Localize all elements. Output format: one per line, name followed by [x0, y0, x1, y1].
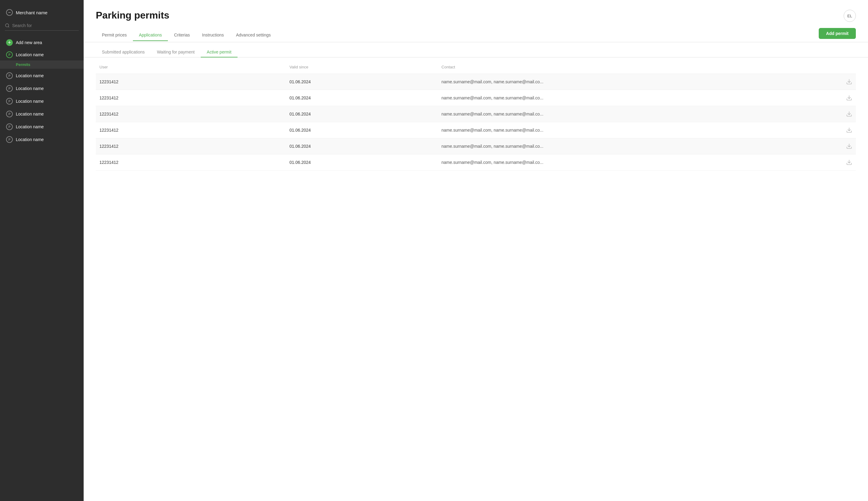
cell-contact: name.surname@mail.com, name.surname@mail… [438, 122, 818, 138]
cell-action [818, 106, 856, 122]
sidebar-location-2: P Location name [0, 69, 84, 82]
col-header-valid-since: Valid since [286, 61, 438, 74]
location-icon-gray-3: P [6, 85, 13, 92]
svg-point-0 [6, 24, 9, 27]
table-header-row: User Valid since Contact [96, 61, 856, 74]
add-new-area-button[interactable]: + Add new area [0, 37, 84, 48]
main-tabs-row: Permit prices Applications Criterias Ins… [84, 22, 868, 42]
cell-user: 12231412 [96, 138, 286, 154]
sidebar-location-name-4: Location name [16, 99, 44, 104]
sidebar: Merchant name + Add new area P Location … [0, 0, 84, 501]
sidebar-location-4: P Location name [0, 95, 84, 108]
cell-action [818, 90, 856, 106]
location-icon-gray-7: P [6, 136, 13, 143]
sidebar-location-active: P Location name Permits [0, 48, 84, 69]
sidebar-location-header-7[interactable]: P Location name [0, 134, 84, 145]
sidebar-location-name-6: Location name [16, 124, 44, 129]
sidebar-location-header-active[interactable]: P Location name [0, 49, 84, 61]
sidebar-location-header-4[interactable]: P Location name [0, 95, 84, 107]
search-icon [5, 23, 10, 28]
tab-criterias[interactable]: Criterias [168, 30, 196, 41]
table-row: 1223141201.06.2024name.surname@mail.com,… [96, 138, 856, 154]
cell-user: 12231412 [96, 74, 286, 90]
sidebar-location-header-5[interactable]: P Location name [0, 108, 84, 120]
permits-table: User Valid since Contact 1223141201.06.2… [96, 61, 856, 171]
merchant-name-item[interactable]: Merchant name [0, 6, 84, 23]
sidebar-location-header-2[interactable]: P Location name [0, 70, 84, 82]
sub-tab-submitted[interactable]: Submitted applications [96, 47, 151, 57]
add-area-label: Add new area [16, 40, 42, 45]
main-tabs-nav: Permit prices Applications Criterias Ins… [96, 30, 277, 41]
sidebar-location-name-3: Location name [16, 86, 44, 91]
sidebar-location-name-5: Location name [16, 111, 44, 116]
cell-user: 12231412 [96, 90, 286, 106]
download-button[interactable] [822, 127, 852, 133]
cell-contact: name.surname@mail.com, name.surname@mail… [438, 90, 818, 106]
location-icon-gray-4: P [6, 98, 13, 105]
sidebar-location-6: P Location name [0, 120, 84, 133]
merchant-icon [6, 9, 13, 16]
table-row: 1223141201.06.2024name.surname@mail.com,… [96, 122, 856, 138]
location-icon-gray-5: P [6, 111, 13, 117]
cell-valid-since: 01.06.2024 [286, 138, 438, 154]
merchant-name-label: Merchant name [16, 10, 47, 15]
cell-action [818, 122, 856, 138]
cell-action [818, 154, 856, 171]
sub-tab-waiting[interactable]: Waiting for payment [151, 47, 201, 57]
cell-contact: name.surname@mail.com, name.surname@mail… [438, 106, 818, 122]
sidebar-location-name-2: Location name [16, 73, 44, 78]
cell-action [818, 138, 856, 154]
main-header: Parking permits EL [84, 0, 868, 22]
sidebar-location-name-7: Location name [16, 137, 44, 142]
add-icon: + [6, 39, 13, 46]
download-button[interactable] [822, 111, 852, 117]
table-row: 1223141201.06.2024name.surname@mail.com,… [96, 90, 856, 106]
tab-permit-prices[interactable]: Permit prices [96, 30, 133, 41]
cell-user: 12231412 [96, 106, 286, 122]
tab-advanced-settings[interactable]: Advanced settings [230, 30, 277, 41]
col-header-user: User [96, 61, 286, 74]
download-button[interactable] [822, 143, 852, 149]
cell-contact: name.surname@mail.com, name.surname@mail… [438, 138, 818, 154]
location-icon-gray-6: P [6, 124, 13, 130]
cell-valid-since: 01.06.2024 [286, 122, 438, 138]
download-button[interactable] [822, 95, 852, 101]
cell-valid-since: 01.06.2024 [286, 74, 438, 90]
main-content: Parking permits EL Permit prices Applica… [84, 0, 868, 501]
location-icon-green-active: P [6, 51, 13, 58]
sidebar-location-7: P Location name [0, 133, 84, 146]
sub-tabs-row: Submitted applications Waiting for payme… [84, 42, 868, 57]
cell-valid-since: 01.06.2024 [286, 106, 438, 122]
table-container: User Valid since Contact 1223141201.06.2… [84, 57, 868, 501]
sidebar-location-header-3[interactable]: P Location name [0, 83, 84, 94]
tab-instructions[interactable]: Instructions [196, 30, 230, 41]
table-body: 1223141201.06.2024name.surname@mail.com,… [96, 74, 856, 171]
page-title: Parking permits [96, 10, 169, 21]
user-avatar[interactable]: EL [844, 10, 856, 22]
download-button[interactable] [822, 159, 852, 166]
sub-tab-active-permit[interactable]: Active permit [201, 47, 237, 57]
cell-user: 12231412 [96, 122, 286, 138]
table-row: 1223141201.06.2024name.surname@mail.com,… [96, 74, 856, 90]
cell-contact: name.surname@mail.com, name.surname@mail… [438, 154, 818, 171]
table-row: 1223141201.06.2024name.surname@mail.com,… [96, 106, 856, 122]
sidebar-location-name-active: Location name [16, 52, 44, 57]
cell-valid-since: 01.06.2024 [286, 154, 438, 171]
cell-valid-since: 01.06.2024 [286, 90, 438, 106]
tab-applications[interactable]: Applications [133, 30, 168, 41]
search-input[interactable] [12, 23, 79, 28]
search-container [5, 23, 79, 31]
sidebar-permits-link[interactable]: Permits [0, 61, 84, 69]
cell-user: 12231412 [96, 154, 286, 171]
col-header-action [818, 61, 856, 74]
table-row: 1223141201.06.2024name.surname@mail.com,… [96, 154, 856, 171]
svg-line-1 [8, 26, 9, 28]
download-button[interactable] [822, 79, 852, 85]
add-permit-button[interactable]: Add permit [819, 28, 856, 39]
sidebar-location-header-6[interactable]: P Location name [0, 121, 84, 132]
cell-contact: name.surname@mail.com, name.surname@mail… [438, 74, 818, 90]
sidebar-location-5: P Location name [0, 108, 84, 120]
col-header-contact: Contact [438, 61, 818, 74]
location-icon-gray-2: P [6, 72, 13, 79]
cell-action [818, 74, 856, 90]
